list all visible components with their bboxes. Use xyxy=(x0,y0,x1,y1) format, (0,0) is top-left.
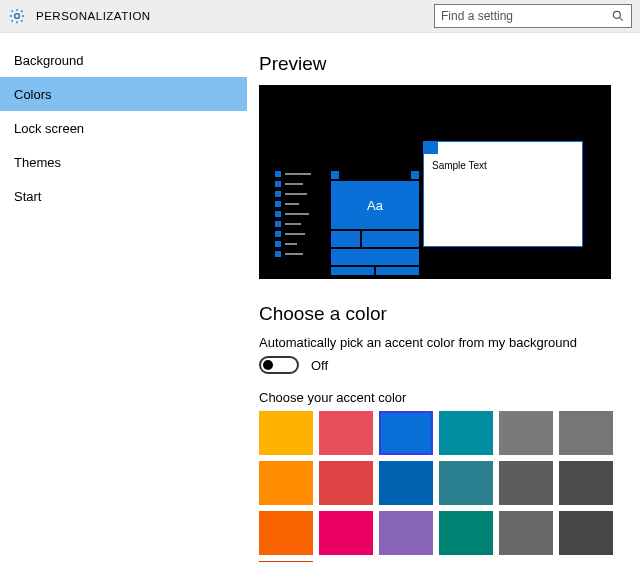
accent-swatch[interactable] xyxy=(559,411,613,455)
auto-pick-toggle[interactable] xyxy=(259,356,299,374)
accent-swatch[interactable] xyxy=(319,411,373,455)
sidebar-item-label: Themes xyxy=(14,155,61,170)
accent-swatch[interactable] xyxy=(259,511,313,555)
search-icon xyxy=(611,9,625,23)
header: PERSONALIZATION xyxy=(0,0,640,33)
svg-point-0 xyxy=(15,14,20,19)
sidebar-item-lock-screen[interactable]: Lock screen xyxy=(0,111,247,145)
sidebar-item-start[interactable]: Start xyxy=(0,179,247,213)
preview-big-tile-text: Aa xyxy=(331,181,419,229)
accent-swatch[interactable] xyxy=(439,511,493,555)
svg-line-2 xyxy=(619,17,622,20)
accent-swatch[interactable] xyxy=(439,461,493,505)
accent-swatch[interactable] xyxy=(559,511,613,555)
sidebar-item-label: Colors xyxy=(14,87,52,102)
sidebar-item-background[interactable]: Background xyxy=(0,43,247,77)
sidebar: Background Colors Lock screen Themes Sta… xyxy=(0,33,247,562)
accent-swatch[interactable] xyxy=(499,411,553,455)
search-input[interactable] xyxy=(441,9,611,23)
accent-swatch[interactable] xyxy=(259,461,313,505)
accent-swatch[interactable] xyxy=(319,461,373,505)
gear-icon xyxy=(8,7,26,25)
preview-detail-strip xyxy=(275,171,311,257)
preview-start-tiles: Aa xyxy=(331,171,419,275)
auto-pick-label: Automatically pick an accent color from … xyxy=(259,335,630,350)
sidebar-item-themes[interactable]: Themes xyxy=(0,145,247,179)
svg-point-1 xyxy=(613,11,620,18)
choose-accent-label: Choose your accent color xyxy=(259,390,630,405)
preview-sample-text: Sample Text xyxy=(424,154,582,177)
accent-swatch[interactable] xyxy=(499,461,553,505)
accent-swatch[interactable] xyxy=(379,411,433,455)
sidebar-item-label: Background xyxy=(14,53,83,68)
header-title: PERSONALIZATION xyxy=(36,10,151,22)
accent-swatch[interactable] xyxy=(499,511,553,555)
accent-swatch[interactable] xyxy=(379,461,433,505)
sidebar-item-colors[interactable]: Colors xyxy=(0,77,247,111)
accent-swatch[interactable] xyxy=(439,411,493,455)
toggle-state-label: Off xyxy=(311,358,328,373)
sidebar-item-label: Lock screen xyxy=(14,121,84,136)
accent-swatch[interactable] xyxy=(379,511,433,555)
sidebar-item-label: Start xyxy=(14,189,41,204)
main-panel: Preview Aa Samp xyxy=(247,33,640,562)
choose-color-title: Choose a color xyxy=(259,303,630,325)
search-box[interactable] xyxy=(434,4,632,28)
accent-swatch[interactable] xyxy=(319,511,373,555)
preview-area: Aa Sample Text xyxy=(259,85,611,279)
accent-swatch[interactable] xyxy=(559,461,613,505)
accent-palette xyxy=(259,411,629,562)
preview-title: Preview xyxy=(259,53,630,75)
accent-swatch[interactable] xyxy=(259,411,313,455)
preview-sample-window: Sample Text xyxy=(423,141,583,247)
